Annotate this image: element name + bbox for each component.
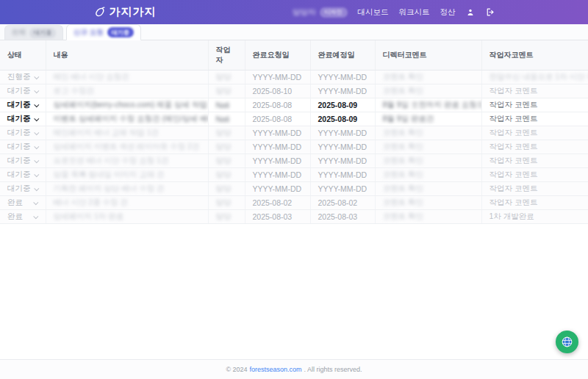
tab-label: 신규 요청 (74, 28, 104, 37)
worker-comment-cell[interactable]: 작업자 코멘트 (481, 98, 588, 112)
director-comment-cell[interactable]: 코멘트 확인 (375, 168, 481, 182)
status-cell: 대기중 (0, 112, 46, 126)
status-select[interactable]: 대기중 (7, 128, 38, 138)
app-header: 가지가지 담당자 디자인 대시보드 워크시트 정산 (0, 0, 588, 24)
due-date-cell: YYYY-MM-DD (310, 140, 375, 154)
worker-comment-cell[interactable]: 작업자 코멘트 (481, 154, 588, 168)
profile-button[interactable] (466, 8, 475, 17)
worker-comment-cell[interactable]: 작업자 코멘트 (481, 182, 588, 196)
status-cell: 진행중 (0, 71, 46, 84)
nav-item-worksheet[interactable]: 워크시트 (399, 7, 430, 18)
task-content: 프로모션 배너 시안 수정 요청 1건 (54, 156, 169, 165)
worker-comment-cell[interactable]: 작업자 코멘트 (481, 168, 588, 182)
status-select[interactable]: 대기중 (7, 86, 38, 96)
worker-cell: 담당 (208, 126, 245, 140)
status-value: 대기중 (7, 156, 31, 166)
request-date-cell: 2025-08-08 (245, 98, 310, 112)
worker-comment-cell[interactable]: 작업자 코멘트 (481, 84, 588, 98)
director-comment-cell[interactable]: 코멘트 확인 (375, 84, 481, 98)
chevron-down-icon (34, 102, 39, 107)
nav-item-settlement[interactable]: 정산 (440, 7, 456, 18)
director-comment-cell[interactable]: 8월 9일 완료건 (375, 112, 481, 126)
content-cell: 상세페이지 1차 완료 (46, 210, 208, 224)
worker-comment: 작업자 코멘트 (490, 198, 538, 206)
nav-user[interactable]: 담당자 디자인 (293, 7, 348, 18)
logout-icon (485, 7, 495, 17)
status-select[interactable]: 대기중 (7, 170, 38, 180)
worker-comment-cell[interactable]: 작업자 코멘트 (481, 140, 588, 154)
task-content: 상세페이지(berry-choco.com) 제품 상세 작업 요청 (54, 100, 209, 109)
content-cell: 프로모션 배너 시안 수정 요청 1건 (46, 154, 208, 168)
worker-comment-cell[interactable]: 작업자 코멘트 (481, 126, 588, 140)
status-value: 대기중 (7, 184, 31, 194)
worker-cell: Nati (208, 112, 245, 126)
status-value: 진행중 (7, 72, 31, 82)
status-select[interactable]: 완료 (7, 198, 38, 208)
tab-label: 전체 (12, 28, 26, 37)
director-comment-cell[interactable]: 코멘트 확인 (375, 140, 481, 154)
director-comment-cell[interactable]: 코멘트 확인 (375, 210, 481, 224)
logout-button[interactable] (485, 7, 495, 17)
due-date-cell: YYYY-MM-DD (310, 154, 375, 168)
status-select[interactable]: 대기중 (7, 114, 38, 124)
status-value: 대기중 (7, 170, 31, 180)
director-comment-cell[interactable]: 8월 9일 오전까지 완료 요청드립니다 (375, 98, 481, 112)
chevron-down-icon (34, 144, 39, 149)
worker-cell: 담당 (208, 140, 245, 154)
worker-comment-cell[interactable]: 전달주신 내용으로 1차 시안 작업 진행중입니다 (481, 71, 588, 84)
chevron-down-icon (34, 172, 39, 177)
status-select[interactable]: 대기중 (7, 142, 38, 152)
status-select[interactable]: 진행중 (7, 72, 38, 82)
copyright-suffix: . All rights reserved. (304, 366, 362, 373)
status-cell: 완료 (0, 210, 46, 224)
tab-new-requests[interactable]: 신규 요청 대기중 (66, 24, 141, 40)
worksheet-table: 상태 내용 작업자 완료요청일 완료예정일 디렉터코멘트 작업자코멘트 진행중메… (0, 40, 588, 224)
status-cell: 완료 (0, 196, 46, 210)
due-date-cell: YYYY-MM-DD (310, 84, 375, 98)
status-select[interactable]: 대기중 (7, 156, 38, 166)
brand-logo[interactable]: 가지가지 (94, 5, 157, 19)
status-select[interactable]: 대기중 (7, 184, 38, 194)
status-select[interactable]: 완료 (7, 212, 38, 222)
copyright-prefix: © 2024 (226, 366, 247, 373)
director-comment-cell[interactable]: 코멘트 확인 (375, 126, 481, 140)
director-comment-cell[interactable]: 코멘트 확인 (375, 71, 481, 84)
director-comment-cell[interactable]: 코멘트 확인 (375, 154, 481, 168)
task-content: 메인페이지 배너 교체 작업 1건 (54, 128, 159, 137)
content-cell: 배너 시안 2종 수정 건 (46, 196, 208, 210)
footer-link[interactable]: forestseason.com (250, 366, 302, 373)
worker-comment-cell[interactable]: 1차 개발완료 (481, 210, 588, 224)
table-row: 대기중로고 수정건담당2025-08-10YYYY-MM-DD코멘트 확인작업자… (0, 84, 588, 98)
director-comment-cell[interactable]: 코멘트 확인 (375, 182, 481, 196)
tab-all[interactable]: 전체 대기중 (4, 25, 63, 40)
col-request-date: 완료요청일 (245, 40, 310, 71)
user-role-badge: 디자인 (320, 7, 348, 18)
worker-comment: 전달주신 내용으로 1차 시안 작업 진행중입니다 (490, 72, 588, 81)
status-value: 대기중 (7, 100, 31, 110)
worker-name: 담당 (216, 156, 232, 165)
chevron-down-icon (34, 186, 39, 191)
worker-name: 담당 (216, 170, 232, 178)
director-comment: 코멘트 확인 (383, 184, 423, 192)
status-value: 완료 (7, 212, 23, 222)
status-select[interactable]: 대기중 (7, 100, 38, 110)
task-content: 상품 목록 썸네일 이미지 교체 건 (54, 170, 165, 178)
translate-button[interactable] (556, 331, 578, 353)
status-value: 대기중 (7, 86, 31, 96)
worker-cell: 담당 (208, 182, 245, 196)
worker-comment-cell[interactable]: 작업자 코멘트 (481, 112, 588, 126)
director-comment-cell[interactable]: 코멘트 확인 (375, 196, 481, 210)
task-content: 상세페이지 1차 완료 (54, 212, 124, 220)
worker-name: 담당 (216, 198, 232, 206)
worker-comment-cell[interactable]: 작업자 코멘트 (481, 196, 588, 210)
worker-comment: 작업자 코멘트 (490, 156, 538, 165)
eggplant-icon (94, 6, 107, 18)
content-cell: 상세페이지(berry-choco.com) 제품 상세 작업 요청 (46, 98, 208, 112)
content-cell: 메인 배너 시안 요청건 (46, 71, 208, 84)
task-content: 기획전 페이지 상단 배너 수정 건 (54, 184, 165, 192)
status-cell: 대기중 (0, 154, 46, 168)
worker-comment: 1차 개발완료 (490, 212, 534, 220)
person-icon (466, 8, 475, 17)
nav-item-dashboard[interactable]: 대시보드 (358, 7, 389, 18)
request-date-cell: YYYY-MM-DD (245, 71, 310, 84)
